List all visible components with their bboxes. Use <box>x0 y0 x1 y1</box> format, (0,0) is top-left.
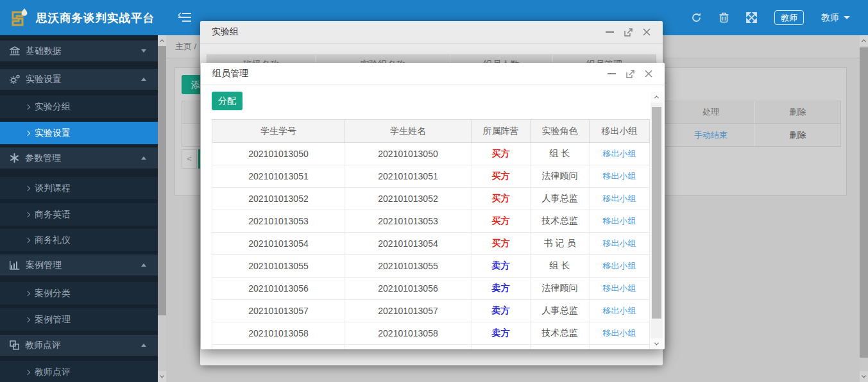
table-row: 202101013052 202101013052 买方 人事总监 移出小组 <box>212 188 650 210</box>
member-table: 学生学号 学生姓名 所属阵营 实验角色 移出小组 202101013050 20… <box>212 119 650 349</box>
student-id-cell: 202101013050 <box>212 143 345 165</box>
scrollbar-thumb[interactable] <box>158 46 166 315</box>
handle-column-header: 处理 <box>667 101 754 123</box>
dialog-scrollbar[interactable] <box>651 92 663 349</box>
sidebar-item-experiment-grouping[interactable]: 实验分组 <box>0 96 158 118</box>
bank-icon <box>10 46 20 56</box>
sidebar-item-basic-data[interactable]: 基础数据 <box>0 40 158 62</box>
sidebar-item-experiment-settings[interactable]: 实验设置 <box>0 122 158 144</box>
role-cell: 组 长 <box>530 255 589 277</box>
sidebar-item-experiment-settings-group[interactable]: 实验设置 <box>0 68 158 90</box>
sidebar-item-teacher-review[interactable]: 教师点评 <box>0 361 158 382</box>
scroll-up-icon[interactable] <box>158 35 166 46</box>
minimize-icon[interactable] <box>605 28 614 37</box>
sidebar-item-label: 参数管理 <box>25 153 61 164</box>
caret-up-icon <box>141 263 146 267</box>
table-row: 202101013050 202101013050 买方 组 长 移出小组 <box>212 143 650 165</box>
manual-end-link[interactable]: 手动结束 <box>694 129 728 141</box>
scroll-up-icon[interactable] <box>860 35 868 46</box>
student-name-cell: 202101013058 <box>345 322 471 344</box>
remove-from-group-link[interactable]: 移出小组 <box>603 238 636 249</box>
scroll-down-icon[interactable] <box>860 371 868 382</box>
user-name: 教师 <box>821 12 839 24</box>
camp-cell: 卖方 <box>471 322 530 344</box>
remove-from-group-link[interactable]: 移出小组 <box>603 215 636 227</box>
chevron-right-icon <box>25 317 30 322</box>
sidebar-scrollbar[interactable] <box>158 35 166 382</box>
sidebar-item-label: 实验分组 <box>35 101 71 113</box>
role-cell: 法律顾问 <box>530 165 589 187</box>
gears-icon <box>10 74 20 84</box>
remove-from-group-link[interactable]: 移出小组 <box>603 283 636 294</box>
camp-cell: 卖方 <box>471 278 530 299</box>
scroll-down-icon[interactable] <box>651 338 663 349</box>
user-dropdown[interactable]: 教师 <box>821 12 850 24</box>
student-name-cell: 202101013056 <box>345 278 471 299</box>
scrollbar-thumb[interactable] <box>860 47 868 358</box>
maximize-icon[interactable] <box>625 69 634 78</box>
remove-from-group-link[interactable]: 移出小组 <box>603 328 636 339</box>
caret-down-icon <box>141 49 146 53</box>
chevron-right-icon <box>25 290 30 295</box>
table-header-row: 学生学号 学生姓名 所属阵营 实验角色 移出小组 <box>212 119 650 143</box>
remove-from-group-link[interactable]: 移出小组 <box>603 260 636 272</box>
sidebar-item-label: 教师点评 <box>35 367 71 378</box>
sidebar-item-case-management[interactable]: 案例管理 <box>0 308 158 331</box>
close-icon[interactable] <box>642 28 651 37</box>
remove-from-group-link[interactable]: 移出小组 <box>603 148 636 160</box>
sidebar-item-case-category[interactable]: 案例分类 <box>0 282 158 304</box>
scroll-down-icon[interactable] <box>158 371 166 382</box>
camp-cell: 卖方 <box>471 255 530 277</box>
maximize-icon[interactable] <box>624 28 633 37</box>
delete-link[interactable]: 删除 <box>790 129 806 141</box>
sidebar-item-case-management-group[interactable]: 案例管理 <box>0 254 158 276</box>
chevron-down-icon <box>844 16 850 19</box>
student-name-cell: 202101013051 <box>345 165 471 187</box>
table-row: 202101013053 202101013053 买方 技术总监 移出小组 <box>212 210 650 233</box>
page-scrollbar[interactable] <box>860 35 868 382</box>
student-name-cell: 202101013055 <box>345 255 471 277</box>
close-icon[interactable] <box>644 69 653 78</box>
student-id-cell: 202101013051 <box>212 165 345 187</box>
assign-button[interactable]: 分配 <box>212 92 243 110</box>
minimize-icon[interactable] <box>607 69 616 78</box>
prev-page-button[interactable]: < <box>182 149 197 169</box>
app-title: 思沃商务谈判实战平台 <box>36 10 155 26</box>
scrollbar-thumb[interactable] <box>652 107 661 319</box>
sidebar-item-business-etiquette[interactable]: 商务礼仪 <box>0 229 158 251</box>
student-name-cell: 202101013053 <box>345 210 471 232</box>
remove-from-group-link[interactable]: 移出小组 <box>603 193 636 204</box>
sidebar-item-teacher-review-group[interactable]: 教师点评 <box>0 334 158 356</box>
remove-from-group-link[interactable]: 移出小组 <box>603 305 636 317</box>
camp-cell: 卖方 <box>471 300 530 322</box>
sidebar-nav: 基础数据 实验设置 实验分组 实验设置 <box>0 35 158 382</box>
student-id-cell: 202101013054 <box>212 233 345 254</box>
chevron-right-icon <box>25 237 30 242</box>
sidebar-item-parameter-management[interactable]: 参数管理 <box>0 147 158 169</box>
student-name-cell: 202101013054 <box>345 233 471 254</box>
scroll-up-icon[interactable] <box>651 92 663 103</box>
fullscreen-icon[interactable] <box>746 12 757 23</box>
role-header: 实验角色 <box>530 120 589 142</box>
table-row-partial <box>212 345 650 349</box>
sidebar-item-business-english[interactable]: 商务英语 <box>0 203 158 226</box>
remove-from-group-link[interactable]: 移出小组 <box>603 170 636 182</box>
trash-icon[interactable] <box>719 12 729 23</box>
student-name-cell: 202101013052 <box>345 188 471 210</box>
table-row: 202101013058 202101013058 卖方 技术总监 移出小组 <box>212 322 650 345</box>
clone-icon <box>10 340 19 350</box>
chevron-right-icon <box>25 212 30 217</box>
table-row: 202101013056 202101013056 卖方 法律顾问 移出小组 <box>212 278 650 300</box>
role-cell: 技术总监 <box>530 210 589 232</box>
chevron-right-icon <box>25 369 30 374</box>
student-name-cell: 202101013057 <box>345 300 471 322</box>
camp-cell: 买方 <box>471 210 530 232</box>
student-id-cell: 202101013056 <box>212 278 345 299</box>
bar-chart-icon <box>10 260 20 270</box>
menu-toggle-icon[interactable] <box>178 12 191 22</box>
sidebar-item-negotiation-course[interactable]: 谈判课程 <box>0 177 158 199</box>
role-badge: 教师 <box>774 10 804 25</box>
member-management-dialog: 组员管理 分配 学生学号 学生姓名 所属阵营 实验角色 移出 <box>201 63 665 349</box>
refresh-icon[interactable] <box>691 12 702 23</box>
sidebar-item-label: 商务礼仪 <box>35 235 71 246</box>
